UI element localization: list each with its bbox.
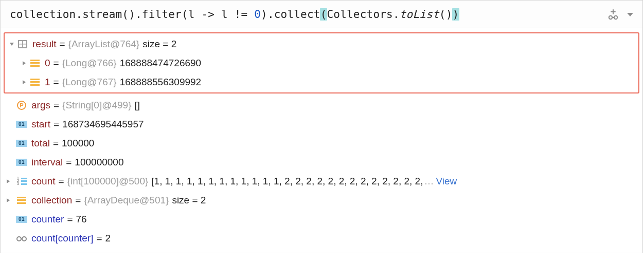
primitive-icon: 01	[16, 138, 27, 149]
tree-row-watch[interactable]: count[counter] = 2	[1, 229, 642, 248]
var-type: {int[100000]@500}	[67, 176, 149, 187]
expr-text-seg: collection.stream().filter(l -> l !=	[10, 8, 254, 21]
var-index: 0	[45, 58, 50, 69]
tree-row-result-item[interactable]: 1 = {Long@767} 168888556309992	[5, 72, 638, 91]
var-value: 2	[105, 233, 111, 244]
var-value: 76	[76, 214, 86, 225]
equals-sign: =	[53, 138, 59, 149]
debugger-evaluate-panel: collection.stream().filter(l -> l != 0).…	[0, 0, 643, 253]
var-name: result	[32, 39, 56, 50]
primitive-icon: 01	[16, 119, 27, 130]
equals-sign: =	[53, 119, 59, 130]
var-type: {Long@767}	[62, 77, 117, 88]
var-name: count[counter]	[31, 233, 93, 244]
expression-bar: collection.stream().filter(l -> l != 0).…	[1, 1, 642, 28]
array-element-icon	[16, 195, 27, 206]
chevron-right-icon[interactable]	[1, 197, 16, 203]
tree-row-args[interactable]: P args = {String[0]@499} []	[1, 96, 642, 115]
param-icon: P	[16, 100, 27, 111]
tree-row-result-item[interactable]: 0 = {Long@766} 168888474726690	[5, 53, 638, 72]
var-value: 168888556309992	[120, 77, 202, 88]
expr-text-seg: ).collect	[261, 8, 320, 21]
chevron-right-icon[interactable]	[19, 79, 29, 85]
history-dropdown-icon[interactable]	[626, 11, 634, 18]
var-name: start	[31, 119, 50, 130]
var-name: collection	[31, 195, 72, 206]
svg-point-0	[609, 15, 612, 18]
result-highlight: result = {ArrayList@764} size = 2 0 = {L…	[4, 32, 639, 93]
var-size: size = 2	[142, 39, 176, 50]
expr-static-method: toList	[400, 8, 439, 21]
primitive-icon: 01	[16, 214, 27, 225]
expr-text-seg: Collectors.	[327, 8, 399, 21]
view-link[interactable]: View	[436, 176, 457, 187]
array-element-icon	[29, 77, 41, 88]
expression-input[interactable]: collection.stream().filter(l -> l != 0).…	[10, 8, 599, 21]
equals-sign: =	[66, 157, 71, 168]
var-value: 100000	[62, 138, 94, 149]
chevron-down-icon[interactable]	[7, 41, 17, 47]
int-array-icon	[16, 176, 27, 187]
svg-point-1	[614, 15, 617, 18]
svg-point-2	[17, 237, 21, 241]
ellipsis: …	[424, 176, 434, 187]
var-name: count	[31, 176, 55, 187]
equals-sign: =	[53, 58, 59, 69]
var-name: counter	[31, 214, 64, 225]
var-type: {ArrayList@764}	[68, 39, 140, 50]
equals-sign: =	[96, 233, 102, 244]
var-name: args	[31, 100, 50, 111]
tree-row-counter[interactable]: 01 counter = 76	[1, 210, 642, 229]
var-index: 1	[45, 77, 50, 88]
equals-sign: =	[53, 77, 59, 88]
tree-row-interval[interactable]: 01 interval = 100000000	[1, 153, 642, 172]
watch-icon	[16, 233, 27, 244]
expr-paren-close: )	[452, 8, 460, 21]
var-value: []	[135, 100, 140, 111]
var-value: 168888474726690	[120, 58, 202, 69]
var-value: 100000000	[75, 157, 123, 168]
expr-literal-zero: 0	[254, 8, 261, 21]
tree-row-collection[interactable]: collection = {ArrayDeque@501} size = 2	[1, 191, 642, 210]
var-type: {ArrayDeque@501}	[84, 195, 169, 206]
equals-sign: =	[53, 100, 59, 111]
var-value: [1, 1, 1, 1, 1, 1, 1, 1, 1, 1, 1, 1, 2, …	[151, 176, 423, 187]
equals-sign: =	[59, 39, 65, 50]
svg-point-3	[22, 237, 26, 241]
var-value: 168734695445957	[62, 119, 144, 130]
variables-tree: result = {ArrayList@764} size = 2 0 = {L…	[1, 28, 642, 253]
tree-row-start[interactable]: 01 start = 168734695445957	[1, 115, 642, 134]
tree-row-total[interactable]: 01 total = 100000	[1, 134, 642, 153]
tree-row-result[interactable]: result = {ArrayList@764} size = 2	[5, 34, 638, 53]
var-type: {String[0]@499}	[62, 100, 131, 111]
primitive-icon: 01	[16, 157, 27, 168]
array-element-icon	[29, 58, 41, 69]
chevron-right-icon[interactable]	[19, 60, 29, 66]
expression-toolbar	[599, 9, 638, 20]
chevron-right-icon[interactable]	[1, 178, 16, 184]
var-name: interval	[31, 157, 63, 168]
var-type: {Long@766}	[62, 58, 117, 69]
object-table-icon	[17, 39, 28, 50]
tree-row-count[interactable]: count = {int[100000]@500} [1, 1, 1, 1, 1…	[1, 172, 642, 191]
var-size: size = 2	[172, 195, 206, 206]
var-name: total	[31, 138, 50, 149]
equals-sign: =	[58, 176, 64, 187]
add-watch-icon[interactable]	[607, 9, 619, 20]
equals-sign: =	[75, 195, 81, 206]
expr-text-seg: ()	[439, 8, 453, 21]
equals-sign: =	[67, 214, 73, 225]
